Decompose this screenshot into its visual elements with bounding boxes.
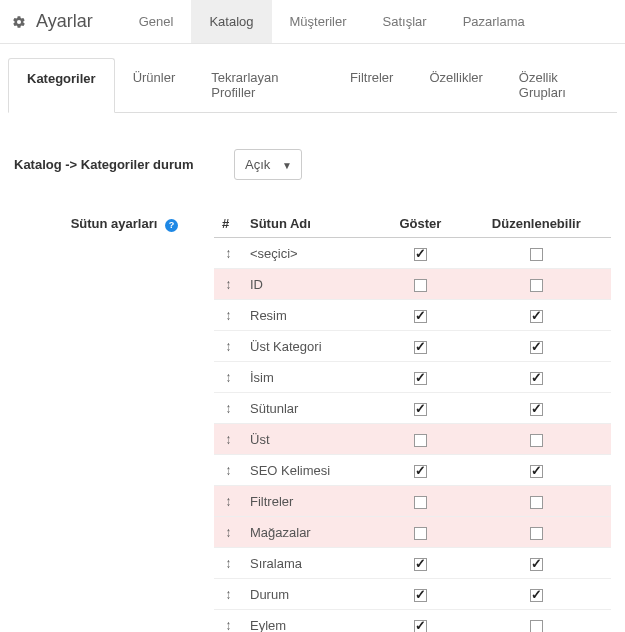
editable-checkbox[interactable] (530, 310, 543, 323)
sub-tab-0[interactable]: Kategoriler (8, 58, 115, 113)
show-checkbox[interactable] (414, 496, 427, 509)
column-name-cell: Üst Kategori (242, 331, 379, 362)
editable-checkbox[interactable] (530, 496, 543, 509)
col-editable-header: Düzenlenebilir (462, 210, 611, 238)
editable-checkbox-cell (462, 424, 611, 455)
top-tab-4[interactable]: Pazarlama (445, 0, 543, 43)
editable-checkbox[interactable] (530, 434, 543, 447)
columns-table-wrap: # Sütun Adı Göster Düzenlenebilir ↕<seçi… (214, 210, 611, 632)
column-name-cell: Durum (242, 579, 379, 610)
show-checkbox-cell (379, 455, 462, 486)
show-checkbox[interactable] (414, 465, 427, 478)
show-checkbox[interactable] (414, 527, 427, 540)
drag-handle-icon[interactable]: ↕ (214, 610, 242, 633)
column-name-cell: Sütunlar (242, 393, 379, 424)
show-checkbox[interactable] (414, 620, 427, 632)
help-icon[interactable]: ? (165, 219, 178, 232)
column-name-cell: Filtreler (242, 486, 379, 517)
show-checkbox[interactable] (414, 248, 427, 261)
show-checkbox-cell (379, 517, 462, 548)
show-checkbox-cell (379, 362, 462, 393)
drag-handle-icon[interactable]: ↕ (214, 300, 242, 331)
show-checkbox[interactable] (414, 310, 427, 323)
editable-checkbox[interactable] (530, 589, 543, 602)
top-tab-0[interactable]: Genel (121, 0, 192, 43)
editable-checkbox[interactable] (530, 248, 543, 261)
columns-label: Sütun ayarları ? (14, 210, 184, 232)
editable-checkbox-cell (462, 517, 611, 548)
drag-handle-icon[interactable]: ↕ (214, 393, 242, 424)
editable-checkbox[interactable] (530, 279, 543, 292)
sub-tab-2[interactable]: Tekrarlayan Profiller (193, 58, 332, 112)
show-checkbox-cell (379, 579, 462, 610)
editable-checkbox[interactable] (530, 527, 543, 540)
show-checkbox-cell (379, 548, 462, 579)
show-checkbox[interactable] (414, 434, 427, 447)
show-checkbox-cell (379, 424, 462, 455)
editable-checkbox-cell (462, 610, 611, 633)
show-checkbox[interactable] (414, 279, 427, 292)
editable-checkbox[interactable] (530, 341, 543, 354)
top-tabs: GenelKatalogMüşterilerSatışlarPazarlama (121, 0, 543, 43)
column-name-cell: İsim (242, 362, 379, 393)
table-row: ↕SEO Kelimesi (214, 455, 611, 486)
page-title: Ayarlar (36, 11, 93, 32)
table-row: ↕Üst (214, 424, 611, 455)
drag-handle-icon[interactable]: ↕ (214, 517, 242, 548)
column-name-cell: ID (242, 269, 379, 300)
column-name-cell: SEO Kelimesi (242, 455, 379, 486)
editable-checkbox[interactable] (530, 620, 543, 632)
col-name-header: Sütun Adı (242, 210, 379, 238)
editable-checkbox-cell (462, 579, 611, 610)
drag-handle-icon[interactable]: ↕ (214, 455, 242, 486)
col-show-header: Göster (379, 210, 462, 238)
top-tab-2[interactable]: Müşteriler (272, 0, 365, 43)
show-checkbox-cell (379, 300, 462, 331)
show-checkbox[interactable] (414, 589, 427, 602)
editable-checkbox[interactable] (530, 372, 543, 385)
editable-checkbox-cell (462, 269, 611, 300)
drag-handle-icon[interactable]: ↕ (214, 579, 242, 610)
editable-checkbox-cell (462, 455, 611, 486)
drag-handle-icon[interactable]: ↕ (214, 486, 242, 517)
show-checkbox[interactable] (414, 403, 427, 416)
table-row: ↕Üst Kategori (214, 331, 611, 362)
column-name-cell: Resim (242, 300, 379, 331)
table-row: ↕<seçici> (214, 238, 611, 269)
top-tab-3[interactable]: Satışlar (365, 0, 445, 43)
column-name-cell: Mağazalar (242, 517, 379, 548)
show-checkbox-cell (379, 269, 462, 300)
col-handle-header: # (214, 210, 242, 238)
show-checkbox[interactable] (414, 341, 427, 354)
editable-checkbox-cell (462, 331, 611, 362)
sub-tab-1[interactable]: Ürünler (115, 58, 194, 112)
drag-handle-icon[interactable]: ↕ (214, 238, 242, 269)
editable-checkbox[interactable] (530, 403, 543, 416)
drag-handle-icon[interactable]: ↕ (214, 269, 242, 300)
drag-handle-icon[interactable]: ↕ (214, 548, 242, 579)
drag-handle-icon[interactable]: ↕ (214, 331, 242, 362)
column-name-cell: <seçici> (242, 238, 379, 269)
sub-tabs: KategorilerÜrünlerTekrarlayan ProfillerF… (8, 58, 617, 113)
table-row: ↕İsim (214, 362, 611, 393)
gear-icon (12, 15, 26, 29)
status-select-wrap: Açık ▼ (234, 149, 302, 180)
header: Ayarlar GenelKatalogMüşterilerSatışlarPa… (0, 0, 625, 44)
editable-checkbox[interactable] (530, 558, 543, 571)
show-checkbox[interactable] (414, 558, 427, 571)
table-row: ↕ID (214, 269, 611, 300)
column-name-cell: Sıralama (242, 548, 379, 579)
editable-checkbox-cell (462, 362, 611, 393)
editable-checkbox-cell (462, 393, 611, 424)
sub-tab-4[interactable]: Özellikler (411, 58, 500, 112)
show-checkbox-cell (379, 238, 462, 269)
top-tab-1[interactable]: Katalog (191, 0, 271, 43)
editable-checkbox[interactable] (530, 465, 543, 478)
drag-handle-icon[interactable]: ↕ (214, 424, 242, 455)
status-select[interactable]: Açık (234, 149, 302, 180)
drag-handle-icon[interactable]: ↕ (214, 362, 242, 393)
show-checkbox[interactable] (414, 372, 427, 385)
table-row: ↕Filtreler (214, 486, 611, 517)
sub-tab-3[interactable]: Filtreler (332, 58, 411, 112)
sub-tab-5[interactable]: Özellik Grupları (501, 58, 617, 112)
